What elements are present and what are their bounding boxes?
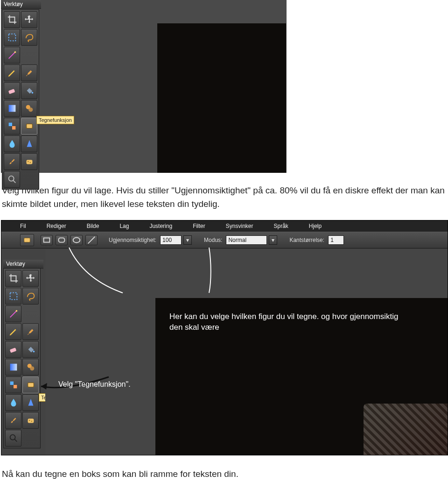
svg-rect-2 bbox=[8, 89, 15, 94]
sharpen-tool[interactable] bbox=[21, 135, 37, 152]
screenshot-1: Verktøy bbox=[1, 0, 287, 173]
svg-rect-10 bbox=[26, 160, 32, 164]
svg-rect-9 bbox=[26, 124, 32, 128]
colorreplace-tool[interactable] bbox=[4, 118, 20, 135]
annotation-main-text: Her kan du velge hvilken figur du vil te… bbox=[169, 312, 403, 333]
annotation-arrows bbox=[1, 220, 448, 455]
pencil-tool[interactable] bbox=[4, 64, 20, 81]
svg-point-1 bbox=[14, 51, 16, 53]
lasso-tool[interactable] bbox=[21, 29, 37, 46]
annotation-velg-text: Velg "Tegnefunksjon". bbox=[58, 379, 131, 390]
clone-tool[interactable] bbox=[21, 100, 37, 117]
svg-marker-32 bbox=[41, 383, 47, 390]
svg-point-6 bbox=[28, 107, 33, 112]
svg-rect-4 bbox=[8, 105, 15, 112]
wand-tool[interactable] bbox=[4, 47, 20, 64]
dodge-tool[interactable] bbox=[4, 171, 20, 188]
shape-tool[interactable] bbox=[21, 118, 37, 135]
svg-rect-7 bbox=[8, 123, 12, 126]
svg-point-11 bbox=[28, 161, 28, 162]
svg-rect-0 bbox=[8, 34, 15, 41]
tooltip-shape-tool: Tegnefunksjon bbox=[36, 116, 74, 124]
editing-canvas bbox=[157, 23, 286, 173]
instruction-paragraph-1: Velg hvilken figur du vil lage. Hvis du … bbox=[2, 184, 446, 211]
bucket-tool[interactable] bbox=[21, 82, 37, 99]
screenshot-2: Fil Rediger Bilde Lag Justering Filter S… bbox=[1, 220, 448, 455]
svg-point-12 bbox=[29, 162, 30, 163]
svg-point-3 bbox=[31, 92, 33, 94]
svg-rect-8 bbox=[12, 126, 15, 129]
blur-tool[interactable] bbox=[4, 135, 20, 152]
sponge-tool[interactable] bbox=[21, 153, 37, 170]
eraser-tool[interactable] bbox=[4, 82, 20, 99]
tool-panel-title: Verktøy bbox=[1, 0, 41, 9]
brush-tool[interactable] bbox=[21, 64, 37, 81]
smudge-tool[interactable] bbox=[4, 153, 20, 170]
gradient-tool[interactable] bbox=[4, 100, 20, 117]
move-tool[interactable] bbox=[21, 11, 37, 28]
instruction-paragraph-2: Nå kan du tegne en boks som kan bli ramm… bbox=[2, 468, 446, 481]
marquee-tool[interactable] bbox=[4, 29, 20, 46]
crop-tool[interactable] bbox=[4, 11, 20, 28]
tool-panel bbox=[2, 9, 39, 190]
